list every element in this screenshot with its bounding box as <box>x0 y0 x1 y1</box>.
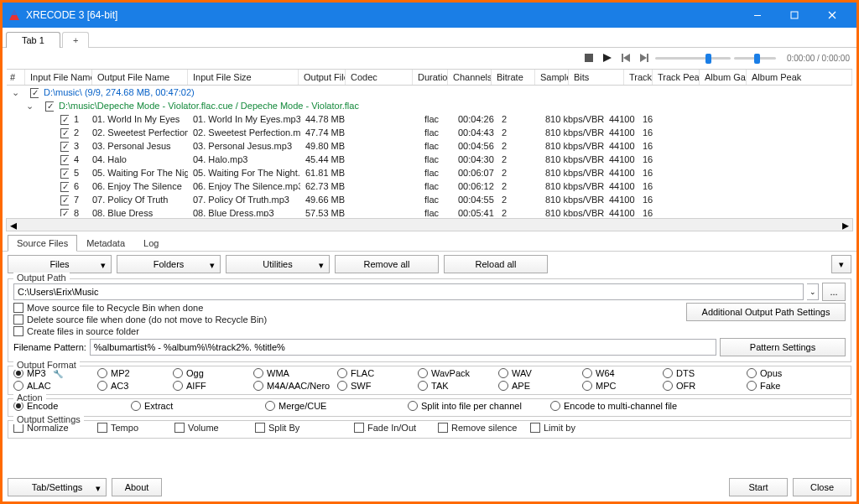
col-trackpeak[interactable]: Track Peak <box>653 70 700 85</box>
radio[interactable] <box>582 368 592 378</box>
track-row[interactable]: 101. World In My Eyes01. World In My Eye… <box>7 112 852 126</box>
remove-all-button[interactable]: Remove all <box>335 255 439 273</box>
radio[interactable] <box>663 368 673 378</box>
checkbox[interactable] <box>60 142 69 152</box>
col-codec[interactable]: Codec <box>346 70 413 85</box>
radio[interactable] <box>13 381 23 391</box>
radio[interactable] <box>253 368 263 378</box>
col-outsize[interactable]: Output File Size <box>299 70 346 85</box>
scroll-left-icon[interactable]: ◂ <box>7 219 20 231</box>
radio[interactable] <box>418 381 428 391</box>
col-albumgain[interactable]: Album Gain <box>700 70 747 85</box>
checkbox[interactable] <box>255 423 265 433</box>
scroll-right-icon[interactable]: ▸ <box>839 219 852 231</box>
checkbox[interactable] <box>60 128 69 138</box>
radio[interactable] <box>418 368 428 378</box>
root-label[interactable]: D:\music\ (9/9, 274.68 MB, 00:47:02) <box>39 87 200 97</box>
format-wma[interactable]: WMA <box>253 368 337 378</box>
tab-main[interactable]: Tab 1 <box>6 32 60 48</box>
radio[interactable] <box>498 381 508 391</box>
tree-root-row[interactable]: ⌄ D:\music\ (9/9, 274.68 MB, 00:47:02) <box>7 86 852 99</box>
track-row[interactable]: 303. Personal Jesus03. Personal Jesus.mp… <box>7 139 852 153</box>
setting-tempo[interactable]: Tempo <box>97 423 174 433</box>
radio[interactable] <box>131 401 141 411</box>
checkbox[interactable] <box>60 155 69 165</box>
grid-header[interactable]: # Input File Name Output File Name Input… <box>7 69 852 86</box>
radio[interactable] <box>582 381 592 391</box>
setting-volume[interactable]: Volume <box>174 423 255 433</box>
format-m4aaacnero[interactable]: M4A/AAC/Nero <box>253 381 337 391</box>
radio[interactable] <box>337 381 347 391</box>
next-button[interactable] <box>637 50 652 65</box>
checkbox[interactable] <box>13 326 23 336</box>
format-aiff[interactable]: AIFF <box>173 381 253 391</box>
col-duration[interactable]: Duration <box>413 70 448 85</box>
setting-split-by[interactable]: Split By <box>255 423 354 433</box>
col-channels[interactable]: Channels <box>448 70 492 85</box>
track-row[interactable]: 202. Sweetest Perfection02. Sweetest Per… <box>7 126 852 139</box>
col-output[interactable]: Output File Name <box>92 70 188 85</box>
format-dts[interactable]: DTS <box>663 368 747 378</box>
format-fake[interactable]: Fake <box>747 381 814 391</box>
volume-slider[interactable] <box>734 52 776 64</box>
action-extract[interactable]: Extract <box>131 401 265 411</box>
about-button[interactable]: About <box>112 478 162 496</box>
radio[interactable] <box>498 368 508 378</box>
action-split-into-file-per-channel[interactable]: Split into file per channel <box>408 401 550 411</box>
format-mpc[interactable]: MPC <box>582 381 663 391</box>
path-history-dropdown[interactable]: ⌄ <box>807 283 819 300</box>
format-ac3[interactable]: AC3 <box>97 381 173 391</box>
format-wavpack[interactable]: WavPack <box>418 368 498 378</box>
format-mp2[interactable]: MP2 <box>97 368 173 378</box>
start-button[interactable]: Start <box>729 478 788 496</box>
format-w64[interactable]: W64 <box>582 368 663 378</box>
output-path-input[interactable] <box>13 283 804 300</box>
track-row[interactable]: 707. Policy Of Truth07. Policy Of Truth.… <box>7 193 852 206</box>
checkbox[interactable] <box>354 423 364 433</box>
setting-remove-silence[interactable]: Remove silence <box>438 423 530 433</box>
radio[interactable] <box>253 381 263 391</box>
prev-button[interactable] <box>618 50 633 65</box>
radio[interactable] <box>337 368 347 378</box>
checkbox[interactable] <box>174 423 185 433</box>
files-dropdown[interactable]: Files▾ <box>8 255 112 273</box>
radio[interactable] <box>663 381 673 391</box>
col-index[interactable]: # <box>7 70 25 85</box>
format-ogg[interactable]: Ogg <box>173 368 253 378</box>
action-merge-cue[interactable]: Merge/CUE <box>265 401 408 411</box>
track-row[interactable]: 606. Enjoy The Silence06. Enjoy The Sile… <box>7 179 852 193</box>
radio[interactable] <box>747 381 757 391</box>
col-bits[interactable]: Bits <box>569 70 624 85</box>
track-row[interactable]: 808. Blue Dress08. Blue Dress.mp357.53 M… <box>7 206 852 217</box>
checkbox[interactable] <box>60 169 69 179</box>
tab-settings-dropdown[interactable]: Tab/Settings▾ <box>8 478 107 496</box>
tab-log[interactable]: Log <box>134 235 168 252</box>
minimize-button[interactable] <box>739 3 776 28</box>
radio[interactable] <box>550 401 560 411</box>
format-tak[interactable]: TAK <box>418 381 498 391</box>
gear-icon[interactable]: 🔧 <box>53 369 63 378</box>
col-bitrate[interactable]: Bitrate <box>492 70 535 85</box>
checkbox[interactable] <box>30 88 39 98</box>
format-opus[interactable]: Opus <box>747 368 814 378</box>
setting-limit-by[interactable]: Limit by <box>530 423 606 433</box>
radio[interactable] <box>97 381 107 391</box>
close-button[interactable] <box>813 3 851 28</box>
radio[interactable] <box>265 401 275 411</box>
collapse-icon[interactable]: ⌄ <box>26 101 34 112</box>
track-row[interactable]: 505. Waiting For The Night05. Waiting Fo… <box>7 166 852 179</box>
collapse-icon[interactable]: ⌄ <box>12 87 19 98</box>
additional-output-settings-button[interactable]: Additional Output Path Settings <box>686 303 846 321</box>
tab-add[interactable]: + <box>62 32 89 48</box>
radio[interactable] <box>97 368 107 378</box>
checkbox[interactable] <box>530 423 540 433</box>
filename-pattern-input[interactable] <box>90 339 716 356</box>
seek-slider[interactable] <box>655 52 731 64</box>
checkbox[interactable] <box>60 115 69 125</box>
browse-button[interactable]: ... <box>822 283 846 301</box>
album-label[interactable]: D:\music\Depeche Mode - Violator.flac.cu… <box>54 101 364 111</box>
tab-metadata[interactable]: Metadata <box>77 235 134 252</box>
checkbox[interactable] <box>60 195 69 205</box>
checkbox[interactable] <box>45 101 54 112</box>
maximize-button[interactable] <box>776 3 813 28</box>
